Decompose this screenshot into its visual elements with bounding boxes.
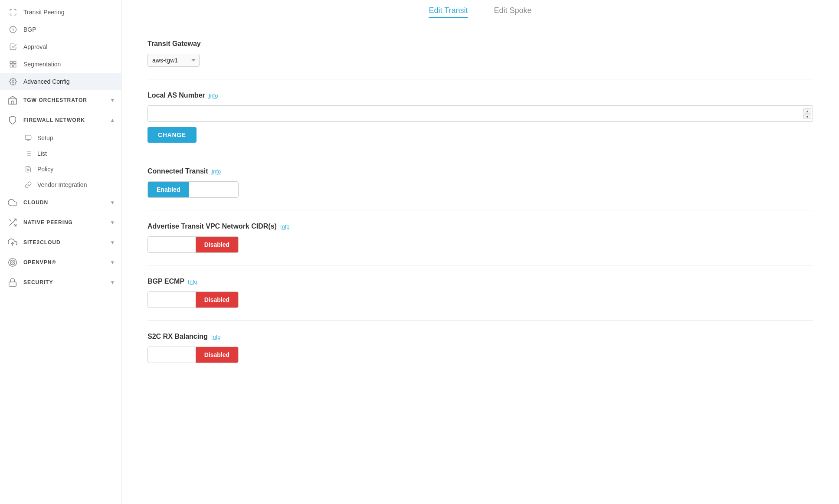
chevron-up-icon: ▴: [111, 117, 114, 123]
sidebar-item-label: BGP: [23, 26, 36, 33]
chevron-down-icon: ▾: [111, 279, 114, 285]
section-label: SITE2CLOUD: [23, 239, 61, 245]
sidebar-sub-item-vendor-integration[interactable]: Vendor Integration: [0, 177, 121, 193]
tab-edit-spoke[interactable]: Edit Spoke: [494, 6, 531, 18]
advertise-transit-vpc-toggle: Disabled: [147, 236, 239, 253]
sidebar-item-transit-peering[interactable]: Transit Peering: [0, 3, 121, 21]
sidebar-item-label: Transit Peering: [23, 9, 64, 16]
upload-cloud-icon: [7, 237, 18, 248]
bgp-ecmp-disabled-button[interactable]: Disabled: [196, 292, 238, 308]
local-as-number-label: Local AS Number Info: [147, 92, 813, 99]
form-area: Transit Gateway aws-tgw1aws-tgw2 Local A…: [121, 24, 839, 504]
connected-transit-toggle: Enabled: [147, 181, 239, 198]
sidebar-sub-item-setup[interactable]: Setup: [0, 130, 121, 146]
s2c-rx-balancing-info[interactable]: Info: [211, 334, 221, 340]
connected-transit-label: Connected Transit Info: [147, 167, 813, 175]
bgp-ecmp-toggle: Disabled: [147, 291, 239, 308]
sidebar-item-label: Approval: [23, 43, 47, 50]
sidebar-section-native-peering[interactable]: NATIVE PEERING ▾: [0, 213, 121, 232]
sidebar: Transit Peering BGP Approval Segmentatio…: [0, 0, 121, 504]
svg-rect-1: [10, 61, 12, 63]
svg-rect-6: [9, 99, 16, 104]
connected-transit-enabled-button[interactable]: Enabled: [148, 182, 189, 197]
building-icon: [7, 95, 18, 106]
spinner-down-button[interactable]: ▼: [803, 114, 811, 119]
lock-icon: [7, 277, 18, 288]
sub-item-label: Policy: [37, 166, 53, 173]
section-label: FIREWALL NETWORK: [23, 117, 85, 123]
chevron-down-icon: ▾: [111, 259, 114, 265]
shuffle-icon: [7, 217, 18, 228]
svg-line-20: [14, 224, 16, 226]
section-label: CLOUDN: [23, 200, 48, 206]
bgp-ecmp-section: BGP ECMP Info Disabled: [147, 278, 813, 321]
transit-gateway-select[interactable]: aws-tgw1aws-tgw2: [147, 54, 200, 67]
arrows-icon: [9, 8, 17, 16]
chevron-down-icon: ▾: [111, 97, 114, 103]
transit-gateway-label: Transit Gateway: [147, 40, 813, 48]
sidebar-section-site2cloud[interactable]: SITE2CLOUD ▾: [0, 232, 121, 252]
sidebar-item-segmentation[interactable]: Segmentation: [0, 56, 121, 73]
svg-rect-3: [10, 65, 12, 67]
svg-point-24: [10, 260, 15, 265]
chevron-down-icon: ▾: [111, 239, 114, 245]
tab-edit-transit[interactable]: Edit Transit: [429, 6, 468, 18]
sidebar-sub-item-list[interactable]: List: [0, 146, 121, 161]
tabs-bar: Edit Transit Edit Spoke: [121, 0, 839, 24]
chevron-down-icon: ▾: [111, 200, 114, 206]
svg-rect-8: [25, 135, 31, 139]
sidebar-item-approval[interactable]: Approval: [0, 38, 121, 56]
sidebar-section-cloudn[interactable]: CLOUDN ▾: [0, 193, 121, 213]
advertise-transit-vpc-section: Advertise Transit VPC Network CIDR(s) In…: [147, 223, 813, 265]
bgp-icon: [9, 25, 17, 34]
sidebar-sub-item-policy[interactable]: Policy: [0, 161, 121, 177]
bgp-ecmp-info[interactable]: Info: [188, 278, 197, 285]
target-icon: [7, 257, 18, 268]
sidebar-item-label: Advanced Config: [23, 78, 70, 85]
section-label: NATIVE PEERING: [23, 219, 73, 226]
local-as-number-section: Local AS Number Info ▲ ▼ CHANGE: [147, 92, 813, 155]
bgp-ecmp-label: BGP ECMP Info: [147, 278, 813, 285]
svg-rect-2: [14, 61, 16, 63]
list-icon: [24, 150, 32, 157]
as-number-input[interactable]: [147, 105, 813, 122]
s2c-rx-balancing-toggle: Disabled: [147, 347, 239, 363]
sidebar-item-advanced-config[interactable]: Advanced Config: [0, 73, 121, 90]
connected-transit-info[interactable]: Info: [212, 168, 221, 175]
sidebar-section-tgw-orchestrator[interactable]: TGW ORCHESTRATOR ▾: [0, 90, 121, 110]
section-label: TGW ORCHESTRATOR: [23, 97, 87, 103]
transit-gateway-section: Transit Gateway aws-tgw1aws-tgw2: [147, 40, 813, 79]
local-as-number-info[interactable]: Info: [209, 92, 218, 99]
svg-rect-4: [14, 65, 16, 67]
sidebar-section-security[interactable]: SECURITY ▾: [0, 272, 121, 292]
sidebar-section-openvpn[interactable]: OPENVPN® ▾: [0, 252, 121, 272]
segmentation-icon: [9, 60, 17, 69]
advertise-transit-vpc-disabled-button[interactable]: Disabled: [196, 237, 238, 252]
shield-icon: [7, 115, 18, 126]
sidebar-item-bgp[interactable]: BGP: [0, 21, 121, 38]
spinner-up-button[interactable]: ▲: [803, 108, 811, 114]
s2c-rx-balancing-disabled-button[interactable]: Disabled: [196, 347, 238, 363]
chevron-down-icon: ▾: [111, 219, 114, 226]
as-number-input-wrap: ▲ ▼: [147, 105, 813, 122]
svg-point-23: [9, 259, 16, 266]
advertise-transit-vpc-info[interactable]: Info: [280, 223, 290, 230]
svg-rect-26: [9, 282, 16, 286]
s2c-rx-balancing-label: S2C RX Balancing Info: [147, 333, 813, 340]
cloud-icon: [7, 197, 18, 208]
main-content: Edit Transit Edit Spoke Transit Gateway …: [121, 0, 839, 504]
sidebar-section-firewall-network[interactable]: FIREWALL NETWORK ▴: [0, 110, 121, 130]
sub-item-label: Vendor Integration: [37, 181, 87, 188]
sidebar-item-label: Segmentation: [23, 61, 61, 68]
section-label: SECURITY: [23, 279, 53, 285]
change-button[interactable]: CHANGE: [147, 127, 197, 143]
svg-point-5: [12, 81, 14, 83]
connected-transit-section: Connected Transit Info Enabled: [147, 167, 813, 210]
s2c-rx-balancing-section: S2C RX Balancing Info Disabled: [147, 333, 813, 375]
svg-point-25: [12, 262, 13, 263]
section-label: OPENVPN®: [23, 259, 56, 265]
link-icon: [24, 181, 32, 189]
sub-item-label: List: [37, 150, 47, 157]
advertise-transit-vpc-label: Advertise Transit VPC Network CIDR(s) In…: [147, 223, 813, 230]
gear-icon: [9, 77, 17, 86]
